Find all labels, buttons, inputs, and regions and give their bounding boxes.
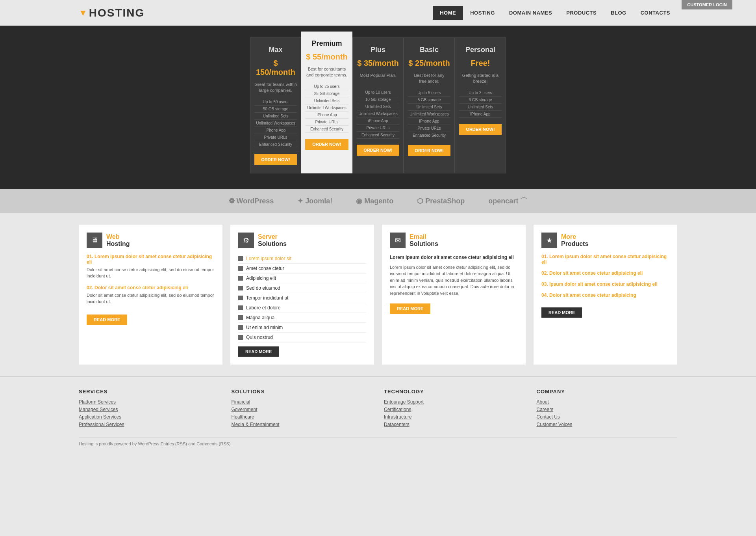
read-more-button[interactable]: READ MORE	[87, 315, 127, 325]
footer-link[interactable]: Financial	[232, 399, 372, 405]
plan-name: Premium	[305, 39, 348, 48]
plan-feature: iPhone App	[408, 118, 450, 125]
bullet-icon	[238, 256, 243, 261]
plan-feature: Unlimited Workspaces	[357, 110, 399, 117]
footer-link[interactable]: Government	[232, 407, 372, 412]
feature-section-title: 03. Ipsum dolor sit amet conse ctetur ad…	[541, 281, 669, 287]
feature-list-item: Magna aliqua	[238, 313, 366, 323]
plan-feature: Up to 50 users	[254, 99, 297, 106]
read-more-button[interactable]: READ MORE	[390, 303, 430, 314]
plan-name: Max	[254, 46, 297, 54]
plan-feature: 25 GB storage	[305, 90, 348, 97]
plan-feature: iPhone App	[254, 127, 297, 134]
plan-desc: Best for consultants and corporate teams…	[305, 66, 348, 78]
bullet-icon	[238, 315, 243, 320]
feature-list-text: Lorem ipsum dolor sit	[246, 256, 291, 261]
plan-feature: Enhanced Security	[305, 126, 348, 133]
order-now-button[interactable]: ORDER NOW!	[408, 145, 450, 156]
plan-feature: Up to 3 users	[459, 89, 502, 97]
footer-link[interactable]: Customer Voices	[537, 422, 678, 427]
footer-link[interactable]: Certifications	[384, 407, 525, 412]
plan-price: $ 25/month	[408, 59, 450, 68]
footer-link[interactable]: Platform Services	[79, 399, 220, 405]
feature-section-item: 01. Lorem ipsum dolor sit amet conse cte…	[541, 254, 669, 265]
feature-header: ✉EmailSolutions	[390, 233, 518, 248]
order-now-button[interactable]: ORDER NOW!	[459, 124, 502, 135]
plan-feature: 3 GB storage	[459, 97, 502, 104]
read-more-button[interactable]: READ MORE	[238, 346, 279, 357]
plan-feature: Private URLs	[408, 125, 450, 132]
footer-bottom: Hosting is proudly powered by WordPress …	[79, 437, 677, 446]
logo-arrow-icon: ▼	[79, 8, 87, 18]
feature-section-title: 01. Lorem ipsum dolor sit amet conse cte…	[541, 254, 669, 265]
feature-section-title: 02. Dolor sit amet conse ctetur adipisic…	[541, 270, 669, 276]
feature-section-title: 04. Dolor sit amet conse ctetur adipisic…	[541, 292, 669, 298]
plan-name: Basic	[408, 46, 450, 54]
plan-desc: Getting started is a breeze!	[459, 73, 502, 85]
plan-feature: Enhanced Security	[408, 132, 450, 139]
order-now-button[interactable]: ORDER NOW!	[357, 145, 399, 156]
feature-list-item: Amet conse ctetur	[238, 264, 366, 274]
plan-feature: Enhanced Security	[357, 132, 399, 139]
feature-list-text: Quis nostrud	[246, 335, 273, 340]
footer-link[interactable]: Entourage Support	[384, 399, 525, 405]
feature-section-title: 02. Dolor sit amet conse ctetur adipisic…	[87, 285, 215, 290]
plan-feature: Unlimited Sets	[408, 104, 450, 111]
footer-link[interactable]: Infrastructure	[384, 414, 525, 420]
plan-feature: Unlimited Workspaces	[254, 120, 297, 127]
footer-link[interactable]: Healthcare	[232, 414, 372, 420]
feature-section-text: Dolor sit amet conse ctetur adipisicing …	[87, 266, 215, 279]
nav-item-domain-names[interactable]: DOMAIN NAMES	[502, 6, 559, 20]
feature-header: ⚙ServerSolutions	[238, 233, 366, 248]
bullet-icon	[238, 305, 243, 310]
plan-card-basic: Basic$ 25/monthBest bet for any freelanc…	[404, 37, 455, 173]
footer-link[interactable]: Media & Entertainment	[232, 422, 372, 427]
footer-link[interactable]: Managed Services	[79, 407, 220, 412]
feature-section-item: 02. Dolor sit amet conse ctetur adipisic…	[541, 270, 669, 276]
plan-feature: Private URLs	[254, 134, 297, 141]
nav-item-blog[interactable]: BLOG	[604, 6, 634, 20]
customer-login-button[interactable]: CUSTOMER LOGIN	[682, 0, 732, 9]
feature-icon: 🖥	[87, 233, 102, 248]
feature-title: WebHosting	[106, 233, 130, 248]
footer-link[interactable]: Professional Services	[79, 422, 220, 427]
plan-feature: Private URLs	[305, 119, 348, 126]
nav-item-hosting[interactable]: HOSTING	[463, 6, 502, 20]
feature-section-item: 03. Ipsum dolor sit amet conse ctetur ad…	[541, 281, 669, 287]
nav-item-products[interactable]: PRODUCTS	[559, 6, 604, 20]
plan-feature: iPhone App	[357, 117, 399, 125]
feature-list-text: Tempor incididunt ut	[246, 295, 288, 301]
feature-card-2: ✉EmailSolutionsLorem ipsum dolor sit ame…	[382, 225, 526, 365]
plan-feature: Up to 10 users	[357, 89, 399, 96]
plan-price: $ 55/month	[305, 52, 348, 61]
plan-price: Free!	[459, 59, 502, 68]
brand-logo-magento: ◉ Magento	[356, 197, 393, 205]
footer-col-title: SERVICES	[79, 389, 220, 395]
footer-link[interactable]: Careers	[537, 407, 678, 412]
plan-feature: Enhanced Security	[254, 141, 297, 148]
feature-text-paragraph: Lorem ipsum dolor sit amet conse ctetur …	[390, 254, 518, 261]
main-nav: HOMEHOSTINGDOMAIN NAMESPRODUCTSBLOGCONTA…	[433, 6, 677, 20]
bullet-icon	[238, 335, 243, 340]
header: ▼ HOSTING HOMEHOSTINGDOMAIN NAMESPRODUCT…	[0, 0, 756, 26]
footer-link[interactable]: Contact Us	[537, 414, 678, 420]
logos-bar: ❁ WordPress✦ Joomla!◉ Magento⬡ PrestaSho…	[0, 189, 756, 213]
footer-link[interactable]: Application Services	[79, 414, 220, 420]
order-now-button[interactable]: ORDER NOW!	[305, 139, 348, 150]
nav-item-contacts[interactable]: CONTACTS	[634, 6, 677, 20]
feature-title: MoreProducts	[561, 233, 588, 248]
footer-link[interactable]: Datacenters	[384, 422, 525, 427]
plan-card-plus: Plus$ 35/monthMost Popular Plan.Up to 10…	[352, 37, 404, 173]
read-more-button[interactable]: READ MORE	[541, 307, 582, 318]
footer-link[interactable]: About	[537, 399, 678, 405]
feature-list-item[interactable]: Lorem ipsum dolor sit	[238, 254, 366, 264]
feature-list-text: Sed do eiusmod	[246, 285, 280, 291]
nav-item-home[interactable]: HOME	[433, 6, 463, 20]
plan-card-premium: Premium$ 55/monthBest for consultants an…	[301, 32, 352, 173]
feature-title: EmailSolutions	[410, 233, 438, 248]
plan-feature: Up to 5 users	[408, 89, 450, 97]
brand-logo-prestashop: ⬡ PrestaShop	[417, 197, 465, 205]
feature-section-item: 04. Dolor sit amet conse ctetur adipisic…	[541, 292, 669, 298]
order-now-button[interactable]: ORDER NOW!	[254, 154, 297, 165]
pricing-section: Max$ 150/monthGreat for teams within lar…	[0, 26, 756, 189]
